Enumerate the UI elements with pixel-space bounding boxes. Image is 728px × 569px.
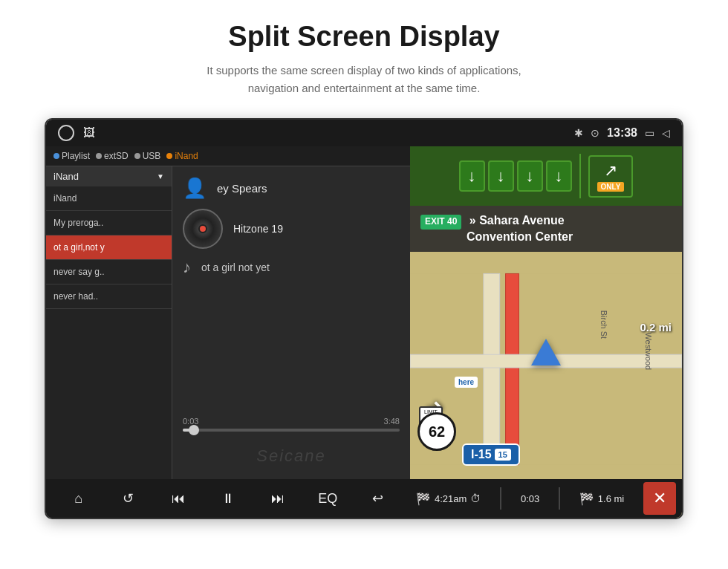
- nav-eta: 🏁 4:21am ⏱: [416, 492, 481, 506]
- list-item[interactable]: iNand: [46, 186, 172, 211]
- road-name: » Sahara Avenue: [469, 214, 565, 227]
- svg-rect-2: [506, 273, 519, 464]
- svg-rect-1: [484, 273, 500, 464]
- highway-label: I-15: [471, 448, 492, 461]
- dot-inand: [166, 153, 172, 159]
- nav-eta-time: 4:21am: [435, 493, 467, 504]
- exit-info: EXIT 40 » Sahara Avenue Convention Cente…: [410, 206, 682, 252]
- source-tab-playlist[interactable]: Playlist: [53, 151, 90, 161]
- progress-bar[interactable]: [183, 429, 400, 432]
- album-row: Hitzone 19: [183, 209, 400, 249]
- playlist-area: iNand ▼ iNand My preroga.. ot a girl,not…: [46, 166, 410, 479]
- arrow-down-icon: ↓: [468, 166, 476, 186]
- nav-panel: ↓ ↓ ↓ ↓ ↗: [410, 146, 682, 518]
- eq-button[interactable]: EQ: [313, 484, 342, 513]
- image-icon: 🖼: [83, 126, 95, 140]
- disc-center: [198, 224, 207, 233]
- album-disc: [183, 209, 223, 249]
- nav-map: ↓ ↓ ↓ ↓ ↗: [410, 146, 682, 518]
- home-icon: [58, 125, 74, 141]
- progress-times: 0:03 3:48: [183, 417, 400, 426]
- nav-bottom-bar: 🏁 4:21am ⏱ 0:03 🏁 1.6 mi ✕: [410, 479, 682, 518]
- speed-number: 62: [429, 424, 445, 439]
- dot-playlist: [53, 153, 59, 159]
- current-source-label: iNand: [53, 171, 79, 182]
- source-tabs: Playlist extSD USB iNand: [46, 146, 410, 166]
- list-item[interactable]: never say g..: [46, 260, 172, 284]
- progress-thumb[interactable]: [189, 425, 199, 435]
- watermark: Seicane: [183, 443, 400, 469]
- artist-row: 👤 ey Spears: [183, 177, 400, 200]
- playlist-header[interactable]: iNand ▼: [46, 166, 172, 186]
- exit-info-text: EXIT 40 » Sahara Avenue Convention Cente…: [420, 213, 672, 244]
- repeat-button[interactable]: ↺: [114, 484, 143, 513]
- arrow-down-icon-4: ↓: [555, 166, 563, 186]
- device-frame: 🖼 ✱ ⊙ 13:38 ▭ ◁ Playlist extSD: [45, 118, 683, 519]
- page-subtitle: It supports the same screen display of t…: [178, 62, 550, 97]
- music-note-icon: ♪: [183, 258, 191, 277]
- status-left: 🖼: [58, 125, 95, 141]
- nav-route-arrow: [531, 339, 561, 365]
- here-badge: here: [455, 377, 478, 388]
- status-right: ✱ ⊙ 13:38 ▭ ◁: [574, 126, 670, 140]
- arrow-sign-1: ↓: [459, 160, 485, 192]
- nav-distance: 0.2 mi: [640, 321, 672, 334]
- nav-close-button[interactable]: ✕: [643, 482, 676, 515]
- list-item[interactable]: ot a girl,not y: [46, 235, 172, 260]
- page-title: Split Screen Display: [15, 21, 713, 53]
- playlist-sidebar: iNand ▼ iNand My preroga.. ot a girl,not…: [46, 166, 172, 479]
- artist-name: ey Spears: [217, 182, 267, 195]
- next-button[interactable]: ⏭: [263, 484, 293, 513]
- dot-usb: [134, 153, 140, 159]
- main-screen: Playlist extSD USB iNand: [46, 146, 682, 518]
- song-row: ♪ ot a girl not yet: [183, 258, 400, 277]
- back-button[interactable]: ↩: [363, 484, 392, 513]
- flag-icon-end: 🏁: [579, 492, 594, 506]
- highway-sign: I-15 15: [462, 443, 520, 466]
- arrow-sign-3: ↓: [517, 160, 543, 192]
- prev-button[interactable]: ⏮: [163, 484, 193, 513]
- battery-icon: ▭: [645, 127, 654, 139]
- flag-icon-start: 🏁: [416, 492, 431, 506]
- arrow-down-icon-3: ↓: [526, 166, 534, 186]
- album-info: Hitzone 19: [233, 223, 283, 235]
- person-icon: 👤: [183, 177, 207, 200]
- nav-elapsed-time: 0:03: [521, 493, 539, 504]
- only-sign: ONLY: [597, 182, 625, 192]
- player-main: 👤 ey Spears Hitzone 19 ♪: [172, 166, 410, 479]
- nav-elapsed: 0:03: [521, 493, 539, 504]
- back-icon: ◁: [662, 127, 670, 139]
- album-name: Hitzone 19: [233, 223, 283, 235]
- play-pause-button[interactable]: ⏸: [213, 484, 243, 513]
- exit-badge: EXIT 40: [420, 215, 461, 230]
- list-item[interactable]: never had..: [46, 284, 172, 309]
- svg-text:Westwood: Westwood: [644, 333, 653, 371]
- status-bar: 🖼 ✱ ⊙ 13:38 ▭ ◁: [46, 120, 682, 146]
- home-button[interactable]: ⌂: [64, 484, 94, 513]
- location-icon: ⊙: [591, 127, 599, 139]
- source-tab-usb[interactable]: USB: [134, 151, 161, 161]
- progress-total: 3:48: [384, 417, 400, 426]
- transport-bar: ⌂ ↺ ⏮ ⏸ ⏭ EQ ↩: [46, 479, 410, 518]
- music-panel: Playlist extSD USB iNand: [46, 146, 410, 518]
- source-tab-inand[interactable]: iNand: [166, 151, 198, 161]
- page-header: Split Screen Display It supports the sam…: [0, 0, 728, 105]
- list-item[interactable]: My preroga..: [46, 211, 172, 235]
- nav-separator: [500, 487, 501, 510]
- arrow-sign-4: ↓: [546, 160, 572, 192]
- arrow-sign-2: ↓: [488, 160, 514, 192]
- bluetooth-icon: ✱: [574, 127, 583, 139]
- chevron-down-icon: ▼: [157, 172, 164, 181]
- nav-arrows: ↓ ↓ ↓ ↓: [459, 160, 572, 192]
- song-name: ot a girl not yet: [201, 261, 270, 273]
- venue-name: Convention Center: [467, 230, 573, 243]
- clock-icon: ⏱: [470, 492, 481, 504]
- source-tab-extsd[interactable]: extSD: [96, 151, 129, 161]
- status-time: 13:38: [607, 126, 637, 140]
- progress-container: 0:03 3:48: [183, 414, 400, 435]
- progress-current: 0:03: [183, 417, 198, 426]
- nav-remaining-dist: 1.6 mi: [598, 493, 624, 504]
- highway-shield: 15: [495, 449, 511, 461]
- svg-text:Birch St: Birch St: [599, 310, 608, 339]
- dot-extsd: [96, 153, 102, 159]
